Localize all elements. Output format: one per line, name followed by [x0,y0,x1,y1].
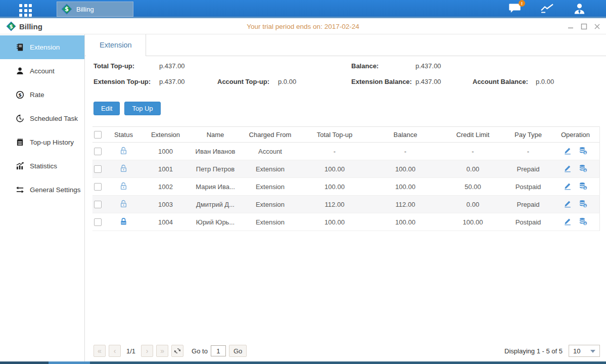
sidebar-item-label: Extension [30,43,60,51]
sidebar-item-statistics[interactable]: Statistics [0,154,84,178]
sidebar-item-label: Statistics [30,162,57,170]
col-balance: Balance [370,127,441,143]
cell-balance: 112.00 [370,196,441,213]
app-grid-icon[interactable] [19,4,32,17]
col-total-topup: Total Top-up [299,127,370,143]
statistics-icon [15,162,24,171]
topup-row-icon[interactable]: $ [579,164,587,174]
extension-topup-value: p.437.00 [159,78,185,85]
first-page-button[interactable]: « [94,345,106,357]
cell-name: Дмитрий Д... [190,196,241,213]
lock-open-icon[interactable] [120,200,127,209]
extension-balance-label: Extension Balance: [351,78,412,85]
account-icon [15,67,24,76]
tab-strip: Extension [85,34,606,56]
cell-extension: 1003 [142,196,190,213]
cell-balance: 100.00 [370,178,441,196]
table-row: 1004Юрий Юрь...Extension100.00100.00100.… [92,213,600,231]
svg-text:$: $ [9,23,13,29]
sidebar-item-scheduled-task[interactable]: Scheduled Task [0,107,84,130]
cell-name: Иван Иванов [190,143,241,160]
scheduled-task-icon [15,114,24,123]
edit-row-icon[interactable] [564,182,572,192]
edit-row-icon[interactable] [564,200,572,209]
cell-name: Юрий Юрь... [190,213,241,231]
refresh-button[interactable] [171,345,183,357]
minimize-icon[interactable] [567,22,575,30]
row-select-checkbox[interactable] [94,183,102,191]
edit-row-icon[interactable] [564,147,572,156]
svg-text:$: $ [584,204,586,207]
prev-page-button[interactable]: ‹ [109,345,121,357]
sidebar-item-extension[interactable]: Extension [0,35,84,59]
topup-row-icon[interactable]: $ [579,217,587,227]
last-page-button[interactable]: » [156,345,168,357]
row-select-checkbox[interactable] [94,165,102,173]
col-operation: Operation [551,127,600,143]
notifications-icon[interactable]: ! [508,3,521,14]
sidebar-item-general-settings[interactable]: General Settings [0,178,84,202]
cell-charged-from: Extension [241,160,299,178]
cell-total-topup: 100.00 [299,160,370,178]
goto-label: Go to [192,347,208,355]
row-select-checkbox[interactable] [94,201,102,208]
account-topup-value: p.0.00 [278,78,296,85]
taskbar-tab-label: Billing [76,6,94,13]
extension-balance-value: p.437.00 [415,78,441,85]
topup-row-icon[interactable]: $ [579,200,587,209]
cell-total-topup: 112.00 [299,196,370,213]
cell-name: Петр Петров [190,160,241,178]
row-select-checkbox[interactable] [94,148,102,155]
svg-text:$: $ [584,168,586,171]
cell-total-topup: 100.00 [299,213,370,231]
topup-row-icon[interactable]: $ [579,147,587,156]
reports-chart-icon[interactable] [540,4,554,14]
col-charged-from: Charged From [241,127,299,143]
edit-button[interactable]: Edit [94,102,120,115]
goto-page-input[interactable] [211,345,226,356]
tab-extension[interactable]: Extension [86,34,146,56]
go-button[interactable]: Go [229,345,247,357]
page-size-select[interactable]: 10 [569,345,600,357]
col-extension: Extension [142,127,190,143]
cell-charged-from: Extension [241,213,299,231]
balance-label: Balance: [351,62,379,70]
balance-value: p.437.00 [415,62,441,70]
close-icon[interactable] [593,22,601,30]
rate-icon: $ [15,90,24,100]
select-all-checkbox[interactable] [94,131,102,139]
lock-open-icon[interactable] [120,147,127,156]
top-up-button[interactable]: Top Up [124,102,160,115]
sidebar-item-label: Top-up History [30,139,74,146]
displaying-text: Displaying 1 - 5 of 5 [504,347,563,355]
cell-credit-limit: 50.00 [441,178,505,196]
cell-name: Мария Ива... [190,178,241,196]
sidebar-item-rate[interactable]: $ Rate [0,83,84,107]
edit-row-icon[interactable] [564,164,572,174]
lock-open-icon[interactable] [120,164,127,174]
col-pay-type: Pay Type [505,127,551,143]
page-indicator: 1/1 [126,347,135,355]
edit-row-icon[interactable] [564,217,572,227]
topup-row-icon[interactable]: $ [579,182,587,192]
svg-text:$: $ [18,92,22,98]
user-account-icon[interactable] [573,3,586,14]
cell-charged-from: Account [241,143,299,160]
cell-charged-from: Extension [241,196,299,213]
taskbar-tab-billing[interactable]: $ Billing [57,2,133,17]
lock-closed-icon[interactable] [120,217,127,227]
main-content: Extension Total Top-up: p.437.00 Balance… [85,34,606,361]
cell-credit-limit: - [441,143,505,160]
next-page-button[interactable]: › [141,345,153,357]
cell-credit-limit: 0.00 [441,160,505,178]
maximize-icon[interactable] [580,22,588,30]
lock-open-icon[interactable] [120,182,127,192]
billing-app-icon: $ [61,4,72,15]
cell-pay-type: Postpaid [505,178,551,196]
sidebar-item-topup-history[interactable]: Top-up History [0,130,84,154]
col-name: Name [190,127,241,143]
sidebar-item-label: Account [30,67,55,75]
row-select-checkbox[interactable] [94,218,102,226]
table-row: 1002Мария Ива...Extension100.00100.0050.… [92,178,600,196]
sidebar-item-account[interactable]: Account [0,59,84,83]
